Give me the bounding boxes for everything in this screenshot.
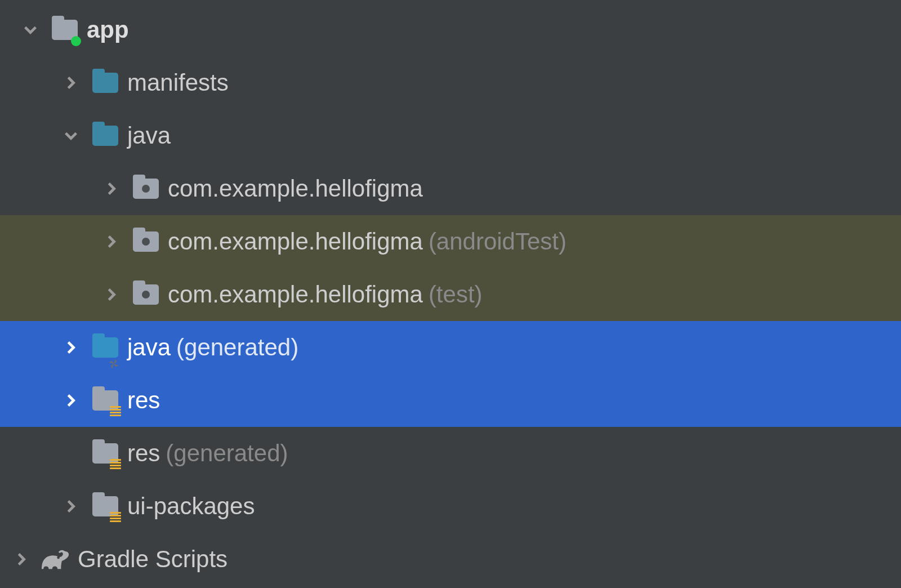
module-folder-icon: [51, 16, 79, 44]
tree-node-res[interactable]: res: [0, 374, 901, 427]
tree-label: com.example.hellofigma: [168, 281, 423, 308]
tree-node-app[interactable]: app: [0, 3, 901, 56]
tree-node-manifests[interactable]: manifests: [0, 56, 901, 109]
chevron-right-icon[interactable]: [57, 387, 84, 414]
tree-node-package-main[interactable]: com.example.hellofigma: [0, 162, 901, 215]
tree-node-res-generated[interactable]: res (generated): [0, 427, 901, 480]
tree-label: Gradle Scripts: [78, 546, 228, 573]
tree-label: res: [127, 440, 160, 467]
chevron-down-icon[interactable]: [57, 122, 84, 149]
tree-label: com.example.hellofigma: [168, 228, 423, 255]
tree-label: com.example.hellofigma: [168, 175, 423, 202]
tree-label-suffix: (generated): [176, 334, 298, 361]
chevron-down-icon[interactable]: [17, 16, 44, 43]
package-folder-icon: [132, 228, 160, 256]
chevron-right-icon[interactable]: [57, 493, 84, 520]
tree-label: app: [87, 16, 129, 43]
tree-node-ui-packages[interactable]: ui-packages: [0, 480, 901, 533]
chevron-right-icon[interactable]: [57, 69, 84, 96]
tree-label: ui-packages: [127, 493, 255, 520]
tree-label: res: [127, 387, 160, 414]
chevron-right-icon[interactable]: [98, 228, 125, 255]
tree-label: java: [127, 334, 171, 361]
chevron-right-icon[interactable]: [8, 546, 35, 573]
tree-label-suffix: (generated): [166, 440, 288, 467]
package-folder-icon: [132, 280, 160, 309]
folder-icon: [91, 69, 119, 97]
tree-node-package-test[interactable]: com.example.hellofigma (test): [0, 268, 901, 321]
resource-folder-icon: [91, 439, 119, 467]
tree-label: java: [127, 122, 171, 149]
project-tree: app manifests java com.example.hellofigm…: [0, 0, 901, 586]
tree-label-suffix: (test): [429, 281, 483, 308]
svg-point-0: [57, 556, 60, 559]
tree-node-package-androidtest[interactable]: com.example.hellofigma (androidTest): [0, 215, 901, 268]
gradle-icon: [42, 545, 70, 573]
tree-node-java-generated[interactable]: java (generated): [0, 321, 901, 374]
resource-folder-icon: [91, 492, 119, 520]
resource-folder-icon: [91, 386, 119, 415]
chevron-right-icon[interactable]: [98, 281, 125, 308]
folder-icon: [91, 122, 119, 150]
tree-label: manifests: [127, 69, 229, 96]
tree-label-suffix: (androidTest): [429, 228, 567, 255]
generated-folder-icon: [91, 333, 119, 362]
tree-node-gradle-scripts[interactable]: Gradle Scripts: [0, 533, 901, 586]
package-folder-icon: [132, 175, 160, 203]
chevron-right-icon[interactable]: [98, 175, 125, 202]
tree-node-java[interactable]: java: [0, 109, 901, 162]
chevron-right-icon[interactable]: [57, 334, 84, 361]
